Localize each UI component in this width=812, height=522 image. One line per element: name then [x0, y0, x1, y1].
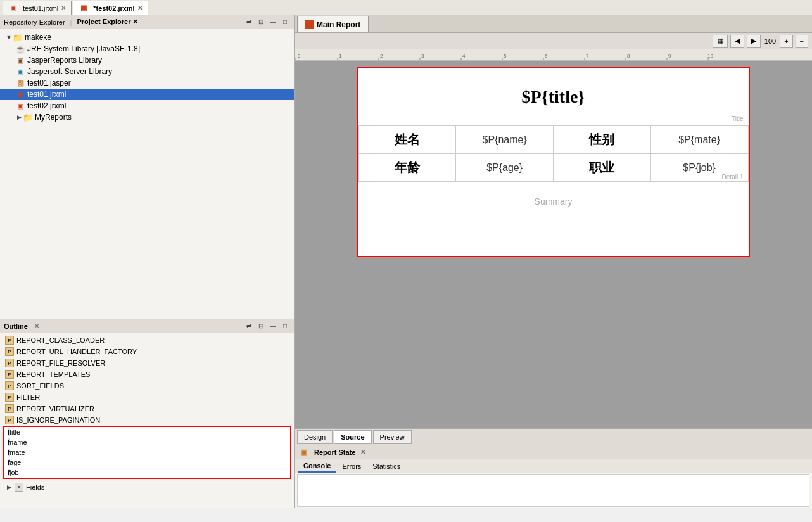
cell-age-label: 年龄: [358, 154, 456, 182]
outline-item-job[interactable]: f job: [4, 468, 290, 478]
state-tab-statistics-label: Statistics: [372, 462, 400, 470]
report-detail-section: Detail 1 姓名 $P{name} 性别 $P{mate} 年龄 $P{a…: [358, 125, 749, 182]
tree-item-test01jasper[interactable]: ▩ test01.jasper: [0, 77, 294, 89]
jrxml-icon-2: ▣: [79, 3, 89, 13]
outline-icon-templates: P: [5, 370, 14, 379]
report-title-section: $P{title} Title: [358, 68, 749, 125]
outline-label-filter: FILTER: [16, 393, 40, 401]
outline-item-ignorepag[interactable]: P IS_IGNORE_PAGINATION: [0, 414, 294, 426]
folder-icon: 📁: [13, 32, 23, 42]
tree-item-jre[interactable]: ☕ JRE System Library [JavaSE-1.8]: [0, 43, 294, 54]
tab-test01-close[interactable]: ✕: [61, 4, 66, 11]
outline-item-classloader[interactable]: P REPORT_CLASS_LOADER: [0, 334, 294, 346]
tree-label-jasperlib: JasperReports Library: [27, 56, 102, 65]
tab-preview[interactable]: Preview: [373, 430, 412, 444]
outline-maximize-icon[interactable]: □: [280, 321, 290, 331]
tab-test02[interactable]: ▣ *test02.jrxml ✕: [73, 1, 148, 15]
outline-item-virtualizer[interactable]: P REPORT_VIRTUALIZER: [0, 403, 294, 414]
outline-collapse-icon[interactable]: ⊟: [256, 321, 266, 331]
tree-item-jasperlib[interactable]: ▣ JasperReports Library: [0, 54, 294, 66]
outline-item-sortfields[interactable]: P SORT_FIELDS: [0, 380, 294, 392]
outline-title: Outline: [4, 322, 28, 330]
state-tab-console[interactable]: Console: [298, 460, 336, 473]
zoom-out-btn[interactable]: −: [796, 35, 808, 48]
outline-minimize-icon[interactable]: —: [268, 321, 278, 331]
explorer-section: Repository Explorer | Project Explorer ✕…: [0, 15, 294, 319]
outline-icon-classloader: P: [5, 336, 14, 345]
outline-item-urlhandler[interactable]: P REPORT_URL_HANDLER_FACTORY: [0, 346, 294, 357]
report-table: 姓名 $P{name} 性别 $P{mate} 年龄 $P{age} 职业 $P…: [358, 125, 749, 182]
outline-item-fileresolver[interactable]: P REPORT_FILE_RESOLVER: [0, 357, 294, 369]
outline-item-title[interactable]: f title: [4, 427, 290, 437]
outline-close-label: ✕: [34, 322, 39, 329]
explorer-header-icons: ⇄ ⊟ — □: [244, 17, 290, 27]
state-tab-errors[interactable]: Errors: [337, 460, 366, 473]
tree-item-test02jrxml[interactable]: ▣ test02.jrxml: [0, 100, 294, 111]
svg-text:4: 4: [462, 53, 466, 59]
maximize-icon[interactable]: □: [280, 17, 290, 27]
tab-test01[interactable]: ▣ test01.jrxml ✕: [3, 1, 72, 15]
canvas-area[interactable]: $P{title} Title Detail 1 姓名 $P{name} 性别 …: [295, 61, 812, 428]
tab-source[interactable]: Source: [334, 430, 371, 444]
folder-icon-2: 📁: [23, 112, 33, 122]
outline-section: Outline ✕ ⇄ ⊟ — □ P REPORT_CLASS_LOADER …: [0, 319, 294, 508]
tree-label-test01jasper: test01.jasper: [27, 79, 71, 87]
collapse-icon[interactable]: ⊟: [256, 17, 266, 27]
outline-icon-fields: F: [15, 483, 23, 492]
tree-item-serverlib[interactable]: ▣ Jaspersoft Server Library: [0, 66, 294, 77]
outline-item-templates[interactable]: P REPORT_TEMPLATES: [0, 369, 294, 380]
svg-text:8: 8: [627, 53, 630, 59]
minimize-icon[interactable]: —: [268, 17, 278, 27]
tree-item-test01jrxml[interactable]: ▣ test01.jrxml: [0, 89, 294, 100]
outline-item-name[interactable]: f name: [4, 437, 290, 447]
title-section-label: Title: [732, 115, 744, 122]
main-report-tab[interactable]: Main Report: [297, 16, 369, 32]
report-summary-section: Summary: [358, 182, 749, 220]
cell-sex-value: $P{mate}: [650, 126, 748, 154]
tree-item-myreports[interactable]: ▶ 📁 MyReports: [0, 111, 294, 123]
state-tab-statistics[interactable]: Statistics: [367, 460, 405, 473]
outline-label-name: name: [10, 438, 27, 446]
sync-icon[interactable]: ⇄: [244, 17, 254, 27]
jrxml-icon: ▣: [8, 3, 18, 13]
report-state-title: Report State: [314, 449, 355, 456]
outline-item-mate[interactable]: f mate: [4, 447, 290, 457]
top-tab-bar: ▣ test01.jrxml ✕ ▣ *test02.jrxml ✕: [0, 0, 812, 15]
outline-item-fields[interactable]: ▶ F Fields: [0, 481, 294, 493]
project-tree: ▼ 📁 makeke ☕ JRE System Library [JavaSE-…: [0, 29, 294, 319]
tab-test02-close[interactable]: ✕: [137, 4, 143, 11]
table-row-1: 姓名 $P{name} 性别 $P{mate}: [358, 126, 748, 154]
svg-text:9: 9: [668, 53, 671, 59]
toolbar-grid-btn[interactable]: ▦: [713, 35, 728, 48]
report-title-text: $P{title}: [522, 87, 585, 107]
report-tab-icon: [305, 20, 314, 29]
outline-item-filter[interactable]: P FILTER: [0, 392, 294, 403]
toolbar-prev-btn[interactable]: ◀: [730, 35, 744, 48]
tree-label-test02jrxml: test02.jrxml: [27, 101, 66, 110]
tree-item-makeke[interactable]: ▼ 📁 makeke: [0, 32, 294, 43]
outline-item-age[interactable]: f age: [4, 457, 290, 468]
repository-explorer-tab[interactable]: Repository Explorer: [4, 18, 65, 26]
tree-label-jre: JRE System Library [JavaSE-1.8]: [27, 44, 140, 53]
file-icon-1: ▣: [15, 89, 25, 99]
tree-label-makeke: makeke: [25, 33, 51, 42]
project-explorer-tab[interactable]: Project Explorer ✕: [77, 18, 138, 26]
outline-sync-icon[interactable]: ⇄: [244, 321, 254, 331]
cell-name-value: $P{name}: [456, 126, 554, 154]
left-panel: Repository Explorer | Project Explorer ✕…: [0, 15, 295, 508]
report-state-content: [297, 474, 809, 507]
outline-label-virtualizer: REPORT_VIRTUALIZER: [16, 405, 94, 412]
report-state-header: ▣ Report State ✕: [295, 445, 812, 459]
tab-test01-label: test01.jrxml: [23, 4, 58, 12]
bottom-tabs: Design Source Preview: [295, 428, 812, 445]
right-panel: Main Report ▦ ◀ ▶ 100 + − 0 1 2 3: [295, 15, 812, 508]
toolbar-next-btn[interactable]: ▶: [747, 35, 761, 48]
report-state-panel: ▣ Report State ✕ Console Errors Statisti…: [295, 445, 812, 508]
svg-text:10: 10: [707, 53, 713, 59]
outline-header-icons: ⇄ ⊟ — □: [244, 321, 290, 331]
tab-design[interactable]: Design: [297, 430, 333, 444]
outline-label-templates: REPORT_TEMPLATES: [16, 371, 90, 378]
report-state-close[interactable]: ✕: [360, 449, 365, 455]
outline-icon-fileresolver: P: [5, 359, 14, 367]
zoom-in-btn[interactable]: +: [780, 35, 792, 48]
